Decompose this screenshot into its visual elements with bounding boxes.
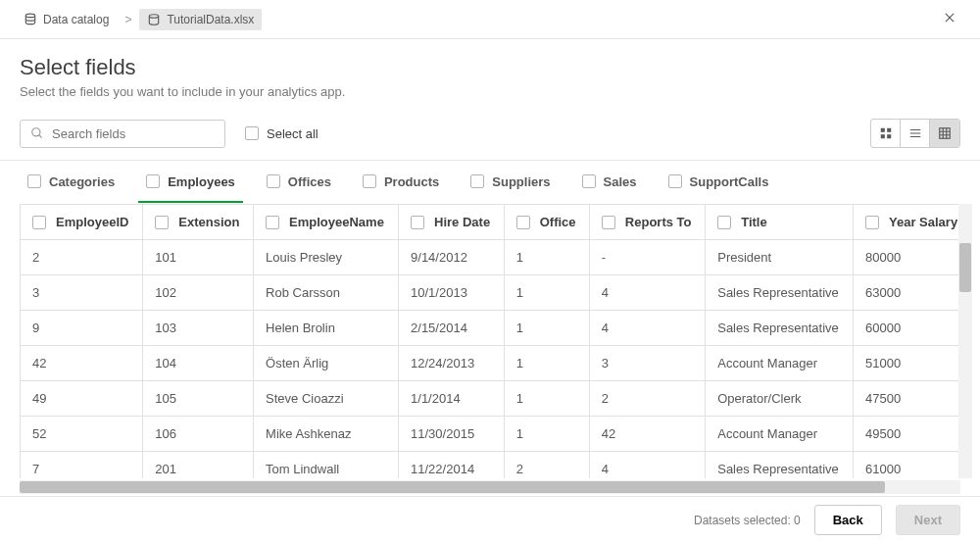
svg-rect-8 — [880, 134, 884, 138]
tab-label: SupportCalls — [690, 174, 769, 189]
back-button[interactable]: Back — [814, 505, 882, 535]
table-cell: 102 — [143, 275, 254, 311]
col-checkbox[interactable] — [602, 216, 615, 229]
footer: Datasets selected: 0 Back Next — [0, 496, 980, 543]
col-checkbox[interactable] — [516, 216, 530, 229]
table-cell: 2 — [504, 452, 589, 479]
close-icon — [943, 11, 956, 25]
next-button[interactable]: Next — [896, 505, 960, 535]
table-cell: Helen Brolin — [254, 311, 399, 346]
tab-supportcalls[interactable]: SupportCalls — [661, 163, 777, 203]
breadcrumb-separator: > — [124, 13, 131, 26]
col-yearsalary[interactable]: Year Salary — [854, 205, 972, 240]
table-cell: 4 — [589, 311, 705, 346]
table-cell: Operator/Clerk — [706, 381, 854, 417]
col-checkbox[interactable] — [411, 216, 424, 229]
view-toggle-group — [870, 119, 960, 148]
table-cell: - — [589, 240, 705, 275]
tab-sales[interactable]: Sales — [574, 163, 645, 203]
table-cell: 9/14/2012 — [399, 240, 505, 275]
table-row: 49105Steve Cioazzi1/1/201412Operator/Cle… — [21, 381, 972, 417]
tab-employees[interactable]: Employees — [138, 163, 243, 203]
table-cell: 61000 — [854, 452, 972, 479]
data-table: EmployeeID Extension EmployeeName Hire D… — [20, 204, 972, 478]
horizontal-scroll-thumb[interactable] — [20, 481, 885, 493]
table-cell: 104 — [143, 346, 254, 381]
table-cell: 1 — [504, 381, 589, 417]
table-cell: Sales Representative — [706, 275, 854, 311]
table-row: 3102Rob Carsson10/1/201314Sales Represen… — [21, 275, 972, 311]
topbar: Data catalog > TutorialData.xlsx — [0, 0, 980, 39]
col-checkbox[interactable] — [32, 216, 46, 229]
table-cell: 42 — [21, 346, 143, 381]
table-cell: Sales Representative — [706, 452, 854, 479]
table-cell: 11/30/2015 — [399, 417, 505, 452]
tab-offices[interactable]: Offices — [259, 163, 339, 203]
table-header-row: EmployeeID Extension EmployeeName Hire D… — [21, 205, 972, 240]
table-row: 7201Tom Lindwall11/22/201424Sales Repres… — [21, 452, 972, 479]
table-scroll[interactable]: EmployeeID Extension EmployeeName Hire D… — [20, 204, 972, 478]
col-employeeid[interactable]: EmployeeID — [21, 205, 143, 240]
tab-checkbox[interactable] — [267, 174, 280, 188]
table-cell: 1 — [504, 311, 589, 346]
close-button[interactable] — [935, 5, 964, 33]
table-cell: 11/22/2014 — [399, 452, 505, 479]
tab-checkbox[interactable] — [363, 174, 376, 188]
tab-label: Products — [384, 174, 439, 189]
vertical-scrollbar[interactable] — [958, 204, 972, 478]
table-cell: 2 — [21, 240, 143, 275]
tab-products[interactable]: Products — [355, 163, 447, 203]
svg-point-1 — [150, 14, 159, 18]
table-row: 9103Helen Brolin2/15/201414Sales Represe… — [21, 311, 972, 346]
tab-checkbox[interactable] — [146, 174, 160, 188]
col-checkbox[interactable] — [155, 216, 169, 229]
col-title[interactable]: Title — [706, 205, 854, 240]
col-checkbox[interactable] — [717, 216, 731, 229]
col-checkbox[interactable] — [266, 216, 279, 229]
col-label: Hire Date — [434, 215, 490, 229]
breadcrumb-current-label: TutorialData.xlsx — [167, 13, 254, 26]
table-cell: 201 — [143, 452, 254, 479]
table-cell: 47500 — [854, 381, 972, 417]
table-cell: 49500 — [854, 417, 972, 452]
tab-checkbox[interactable] — [470, 174, 484, 188]
search-input[interactable] — [52, 126, 217, 141]
col-label: Extension — [178, 215, 239, 229]
col-employeename[interactable]: EmployeeName — [254, 205, 399, 240]
view-table-button[interactable] — [930, 120, 959, 147]
table-cell: 106 — [143, 417, 254, 452]
tab-suppliers[interactable]: Suppliers — [463, 163, 558, 203]
breadcrumb-current[interactable]: TutorialData.xlsx — [139, 9, 262, 30]
breadcrumb: Data catalog > TutorialData.xlsx — [16, 9, 935, 30]
select-all[interactable]: Select all — [245, 126, 318, 141]
table-cell: Louis Presley — [254, 240, 399, 275]
list-icon — [908, 126, 922, 140]
tab-checkbox[interactable] — [668, 174, 682, 188]
tabs: Categories Employees Offices Products Su… — [0, 161, 980, 204]
tab-label: Suppliers — [492, 174, 550, 189]
view-list-button[interactable] — [901, 120, 930, 147]
grid-icon — [879, 126, 893, 140]
col-checkbox[interactable] — [865, 216, 879, 229]
select-all-checkbox[interactable] — [245, 126, 259, 140]
horizontal-scrollbar[interactable] — [20, 480, 960, 494]
tab-checkbox[interactable] — [582, 174, 596, 188]
breadcrumb-root[interactable]: Data catalog — [16, 9, 117, 30]
col-hiredate[interactable]: Hire Date — [399, 205, 505, 240]
vertical-scroll-thumb[interactable] — [959, 243, 971, 292]
view-grid-button[interactable] — [871, 120, 901, 147]
tab-label: Employees — [168, 174, 235, 189]
col-reportsto[interactable]: Reports To — [589, 205, 705, 240]
toolbar: Select all — [0, 111, 980, 160]
table-cell: Sales Representative — [706, 311, 854, 346]
col-office[interactable]: Office — [504, 205, 589, 240]
search-field[interactable] — [20, 120, 225, 148]
breadcrumb-root-label: Data catalog — [43, 13, 109, 26]
tab-categories[interactable]: Categories — [20, 163, 122, 203]
col-extension[interactable]: Extension — [143, 205, 254, 240]
table-cell: 12/24/2013 — [399, 346, 505, 381]
col-label: Reports To — [625, 215, 692, 229]
table-cell: 7 — [21, 452, 143, 479]
table-cell: 63000 — [854, 275, 972, 311]
tab-checkbox[interactable] — [27, 174, 41, 188]
